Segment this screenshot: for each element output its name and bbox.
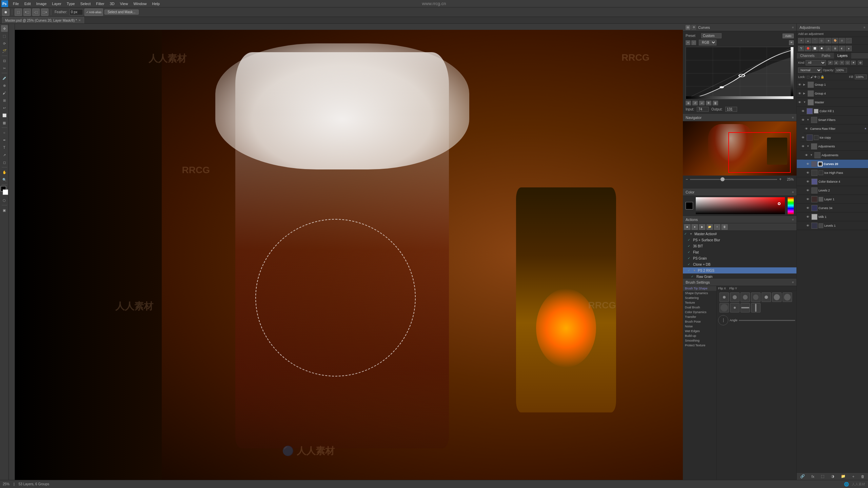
eye-camera-raw[interactable]: 👁 <box>805 127 809 130</box>
texture-item[interactable]: Texture <box>683 300 716 305</box>
adj-vibrance-icon[interactable]: ◈ <box>825 38 831 43</box>
menu-edit[interactable]: Edit <box>22 0 34 7</box>
brush-preview-1[interactable] <box>719 292 729 302</box>
eye-smart[interactable]: 👁 <box>802 118 806 122</box>
layer-mask-btn[interactable]: ⬚ <box>821 474 824 479</box>
filter-pixel-icon[interactable]: P <box>828 61 833 65</box>
layer-milk1[interactable]: 👁 Milk 1 <box>797 212 868 221</box>
eye-group4[interactable]: 👁 <box>798 92 802 95</box>
lock-position-icon[interactable]: ✥ <box>814 75 817 79</box>
adj-curves-icon[interactable]: ⌒ <box>812 38 818 43</box>
curves-ctrl-2[interactable]: - <box>691 40 696 45</box>
action-flat[interactable]: ✓ Flat <box>683 249 796 255</box>
menu-file[interactable]: File <box>10 0 22 7</box>
fill-input[interactable] <box>855 75 867 79</box>
menu-help[interactable]: Help <box>150 0 163 7</box>
layer-delete-btn[interactable]: 🗑 <box>861 474 865 479</box>
eye-master[interactable]: 👁 <box>798 101 802 104</box>
brush-pose-item[interactable]: Brush Pose <box>683 319 716 324</box>
scattering-item[interactable]: Scattering <box>683 296 716 300</box>
eye-levels1[interactable]: 👁 <box>806 224 810 227</box>
color-picker[interactable] <box>1 186 8 195</box>
gradient-tool[interactable]: ▦ <box>1 119 8 126</box>
layer-levels1[interactable]: 👁 Levels 1 <box>797 221 868 230</box>
adj-invert-icon[interactable]: ⬜ <box>812 46 818 51</box>
brush-preview-6[interactable] <box>772 292 782 302</box>
tab-layers[interactable]: Layers <box>834 53 851 59</box>
menu-3d[interactable]: 3D <box>107 0 117 7</box>
tab-paths[interactable]: Paths <box>818 53 834 59</box>
navigator-menu[interactable]: ≡ <box>792 116 794 119</box>
adj-levels-icon[interactable]: ▲ <box>805 38 811 43</box>
tab-close[interactable]: ✕ <box>78 17 81 24</box>
adj-colbal-icon[interactable]: ⚖ <box>839 38 845 43</box>
zoom-handle[interactable] <box>721 177 725 181</box>
actions-folder-btn[interactable]: 📁 <box>707 224 713 230</box>
intersect-selection-btn[interactable]: ⬚× <box>41 8 48 16</box>
eye-levels2[interactable]: 👁 <box>806 189 810 192</box>
eye-layer1[interactable]: 👁 <box>806 198 810 201</box>
eye-group1[interactable]: 👁 <box>798 83 802 86</box>
eye-colorfill1[interactable]: 👁 <box>802 109 806 113</box>
lasso-tool[interactable]: ⟳ <box>1 40 8 47</box>
blend-mode-select[interactable]: Normal <box>798 67 822 73</box>
layer-colorbal4[interactable]: 👁 Color Balance 4 <box>797 177 868 186</box>
shape-tool[interactable]: ◻ <box>1 159 8 166</box>
brush-tip-shape-item[interactable]: Brush Tip Shape <box>683 286 716 291</box>
nav-viewport-box[interactable] <box>728 132 791 173</box>
panel-menu-icon[interactable]: ≡ <box>792 26 794 29</box>
eye-adj-grp[interactable]: 👁 <box>802 145 806 148</box>
adj-hsl-icon[interactable]: 🎨 <box>832 38 838 43</box>
color-gradient-picker[interactable] <box>696 197 785 214</box>
action-surface-blur[interactable]: ✓ PS + Surface Blur <box>683 237 796 243</box>
dual-brush-item[interactable]: Dual Brush <box>683 305 716 310</box>
actions-record-btn[interactable]: ● <box>692 224 698 230</box>
layer-layer1[interactable]: 👁 Layer 1 <box>797 195 868 204</box>
smoothing-item[interactable]: Smoothing <box>683 338 716 343</box>
eye-adj-sub[interactable]: 👁 <box>805 154 809 157</box>
actions-play-btn[interactable]: ▶ <box>699 224 705 230</box>
selection-tool[interactable]: ⬚ <box>1 33 8 39</box>
layer-new-btn[interactable]: + <box>852 474 854 479</box>
zoom-slider[interactable] <box>690 179 777 180</box>
adj-channel-icon[interactable]: 🔴 <box>805 46 811 51</box>
curves-ctrl-1[interactable]: + <box>686 40 690 45</box>
curves-eye-icon[interactable]: 👁 <box>789 40 794 45</box>
angle-slider[interactable] <box>739 320 795 321</box>
action-master[interactable]: ✓ ▼ Master Action# <box>683 231 796 237</box>
eyedropper-tool[interactable]: 💉 <box>1 75 8 81</box>
actions-stop-btn[interactable]: ■ <box>684 224 690 230</box>
menu-filter[interactable]: Filter <box>93 0 107 7</box>
action-36bit[interactable]: ✓ 36 BIT <box>683 243 796 249</box>
brush-preview-3[interactable] <box>741 292 750 302</box>
filter-text-icon[interactable]: T <box>840 61 844 65</box>
color-dynamics-item[interactable]: Color Dynamics <box>683 310 716 314</box>
layer-group4[interactable]: 👁 ▶ Group 4 <box>797 89 868 98</box>
layer-link-btn[interactable]: 🔗 <box>800 474 805 479</box>
opacity-input[interactable] <box>835 68 847 73</box>
action-ps2rigs[interactable]: ✓ ▼ PS 2 RIGS <box>683 267 796 273</box>
actions-menu[interactable]: ≡ <box>792 218 794 221</box>
layer-adjustments-grp[interactable]: 👁 ▼ Adjustments <box>800 142 868 151</box>
noise-item[interactable]: Noise <box>683 324 716 329</box>
lock-all-icon[interactable]: 🔒 <box>821 75 824 79</box>
channel-selector[interactable]: RGB <box>699 40 716 45</box>
adj-brightness-icon[interactable]: ☀ <box>798 38 804 43</box>
kind-select[interactable]: All <box>806 60 826 65</box>
wet-edges-item[interactable]: Wet Edges <box>683 329 716 333</box>
brush-preview-11[interactable] <box>751 303 761 312</box>
brush-preview-4[interactable] <box>751 292 761 302</box>
curves-graph[interactable] <box>686 47 794 99</box>
new-selection-btn[interactable]: ⬚ <box>15 8 22 16</box>
adj-photo-icon[interactable]: 📷 <box>798 46 804 51</box>
dodge-tool[interactable]: ○ <box>1 129 8 136</box>
layer-ice-copy[interactable]: 👁 Ice copy <box>800 133 868 142</box>
layer-ice-high-pass[interactable]: 👁 Ice High Pass <box>797 168 868 177</box>
zoom-out-btn[interactable]: − <box>686 177 688 182</box>
preset-value[interactable]: Custom <box>701 33 722 38</box>
document-tab[interactable]: Master.psd @ 25% (Curves 20, Layer Mask/… <box>2 17 84 23</box>
crop-tool[interactable]: ⊡ <box>1 57 8 64</box>
screen-mode-btn[interactable]: ▣ <box>1 207 8 214</box>
navigator-thumbnail[interactable] <box>683 121 796 176</box>
menu-type[interactable]: Type <box>64 0 78 7</box>
